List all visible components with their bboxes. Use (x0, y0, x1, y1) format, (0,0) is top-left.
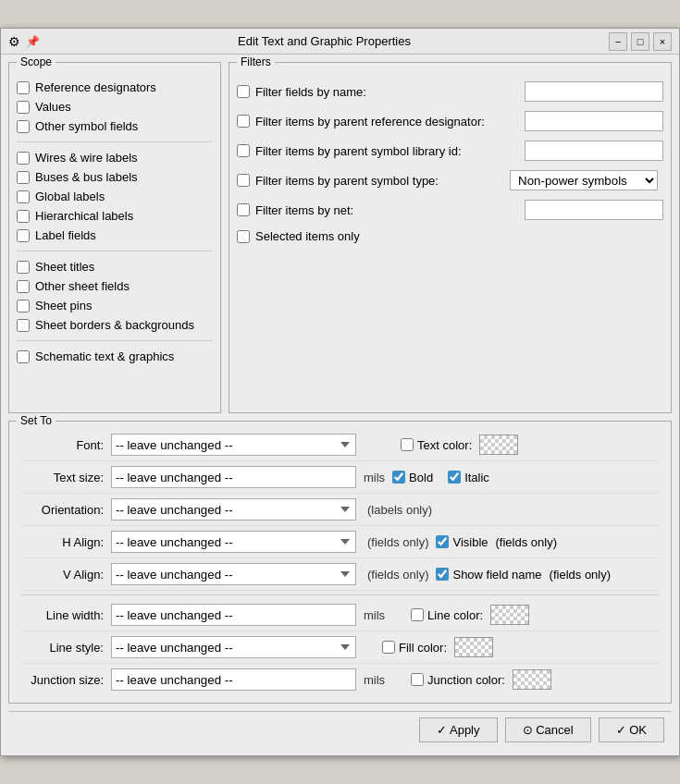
scope-other-symbol-label: Other symbol fields (35, 119, 138, 133)
v-align-row: V Align: -- leave unchanged -- (fields o… (20, 558, 660, 591)
font-dropdown[interactable]: -- leave unchanged -- (111, 434, 356, 456)
filter4-checkbox[interactable] (237, 174, 250, 187)
visible-label: Visible (452, 535, 488, 549)
line-style-label: Line style: (20, 641, 104, 655)
line-width-input[interactable] (111, 604, 356, 626)
ok-button[interactable]: ✓ OK (599, 717, 664, 742)
line-color-label: Line color: (427, 608, 483, 622)
titlebar-left: ⚙ 📌 (8, 34, 40, 49)
scope-wires-checkbox[interactable] (17, 152, 30, 165)
cancel-button[interactable]: ⊙ Cancel (505, 717, 591, 742)
junction-size-unit: mils (364, 673, 385, 687)
scope-item-label-fields: Label fields (17, 226, 213, 245)
line-color-checkbox[interactable] (411, 608, 424, 621)
top-section: Scope Reference designators Values Other… (8, 62, 672, 413)
filter5-label: Filter items by net: (255, 203, 519, 217)
font-label: Font: (20, 438, 104, 452)
filter3-label: Filter items by parent symbol library id… (255, 144, 519, 158)
filter1-input[interactable] (525, 81, 663, 102)
maximize-button[interactable]: □ (631, 32, 649, 51)
scope-hierarchical-checkbox[interactable] (17, 210, 30, 223)
filter-row-5: Filter items by net: (237, 200, 663, 220)
orientation-dropdown[interactable]: -- leave unchanged -- (111, 498, 356, 521)
italic-checkbox[interactable] (448, 471, 461, 484)
scope-values-label: Values (35, 100, 71, 114)
junction-size-input[interactable] (111, 668, 356, 691)
text-color-checkbox[interactable] (401, 438, 414, 451)
scope-global-checkbox[interactable] (17, 190, 30, 203)
h-align-right: Visible (fields only) (436, 535, 660, 549)
line-width-unit: mils (364, 608, 385, 622)
h-align-dropdown[interactable]: -- leave unchanged -- (111, 531, 356, 553)
scope-schematic-label: Schematic text & graphics (35, 349, 174, 363)
text-size-row: Text size: mils Bold Italic (20, 461, 660, 494)
filter5-checkbox[interactable] (237, 203, 250, 216)
visible-checkbox[interactable] (436, 535, 449, 548)
scope-buses-checkbox[interactable] (17, 171, 30, 184)
scope-item-ref: Reference designators (17, 78, 213, 97)
v-align-dropdown[interactable]: -- leave unchanged -- (111, 563, 356, 585)
content-area: Scope Reference designators Values Other… (1, 55, 679, 755)
scope-sheet-titles-checkbox[interactable] (17, 261, 30, 274)
line-style-dropdown[interactable]: -- leave unchanged -- (111, 636, 356, 658)
scope-sheet-titles-label: Sheet titles (35, 260, 94, 274)
scope-buses-label: Buses & bus labels (35, 170, 138, 184)
scope-sheet-pins-checkbox[interactable] (17, 300, 30, 312)
scope-item-sheet-titles: Sheet titles (17, 257, 213, 276)
scope-values-checkbox[interactable] (17, 101, 30, 114)
scope-schematic-checkbox[interactable] (17, 350, 30, 363)
fill-color-label: Fill color: (399, 641, 447, 655)
filter3-checkbox[interactable] (237, 144, 250, 157)
v-align-right: Show field name (fields only) (436, 568, 660, 582)
scope-item-sheet-borders: Sheet borders & backgrounds (17, 315, 213, 335)
show-field-name-label: Show field name (452, 568, 541, 582)
scope-group: Scope Reference designators Values Other… (8, 62, 221, 413)
titlebar: ⚙ 📌 Edit Text and Graphic Properties − □… (1, 29, 679, 55)
minimize-button[interactable]: − (609, 32, 627, 51)
filter-row-1: Filter fields by name: (237, 81, 663, 102)
bold-control: Bold (392, 471, 433, 484)
scope-other-sheet-checkbox[interactable] (17, 280, 30, 293)
text-size-input[interactable] (111, 466, 356, 488)
filter2-input[interactable] (525, 111, 663, 131)
scope-label-fields-label: Label fields (35, 228, 96, 242)
line-style-right: Fill color: (364, 637, 660, 657)
line-color-swatch[interactable] (490, 605, 529, 625)
filter1-checkbox[interactable] (237, 85, 250, 98)
set-to-group: Set To Font: -- leave unchanged -- Text … (8, 421, 672, 704)
apply-button[interactable]: ✓ Apply (419, 717, 497, 742)
scope-label-fields-checkbox[interactable] (17, 229, 30, 242)
scope-ref-checkbox[interactable] (17, 81, 30, 94)
scope-ref-label: Reference designators (35, 80, 156, 94)
filter6-checkbox[interactable] (237, 230, 250, 243)
junction-size-label: Junction size: (20, 673, 104, 687)
text-color-swatch[interactable] (479, 435, 518, 455)
app-icon2: 📌 (26, 35, 40, 48)
bold-checkbox[interactable] (392, 471, 405, 484)
scope-item-other-symbol: Other symbol fields (17, 116, 213, 136)
line-width-label: Line width: (20, 608, 104, 622)
filter2-checkbox[interactable] (237, 115, 250, 128)
filter5-input[interactable] (525, 200, 663, 220)
visible-control: Visible (436, 535, 488, 549)
font-row: Font: -- leave unchanged -- Text color: (20, 429, 660, 461)
scope-sheet-borders-checkbox[interactable] (17, 319, 30, 332)
h-align-label: H Align: (20, 535, 104, 549)
visible-note: (fields only) (496, 535, 557, 549)
fill-color-checkbox[interactable] (382, 641, 395, 654)
scope-sheet-borders-label: Sheet borders & backgrounds (35, 318, 194, 332)
close-button[interactable]: × (653, 32, 672, 51)
scope-other-symbol-checkbox[interactable] (17, 120, 30, 133)
junction-color-checkbox[interactable] (411, 673, 424, 686)
scope-divider2 (17, 251, 213, 251)
scope-item-wires: Wires & wire labels (17, 148, 213, 167)
window-controls: − □ × (609, 32, 672, 51)
fill-color-swatch[interactable] (454, 637, 493, 657)
filter4-select[interactable]: Non-power symbols Power symbols All symb… (510, 170, 658, 190)
show-field-name-checkbox[interactable] (436, 568, 449, 581)
filter3-input[interactable] (525, 141, 663, 161)
filters-title: Filters (237, 55, 275, 68)
junction-color-swatch[interactable] (513, 669, 551, 690)
scope-title: Scope (17, 55, 56, 68)
text-color-label: Text color: (417, 438, 472, 452)
